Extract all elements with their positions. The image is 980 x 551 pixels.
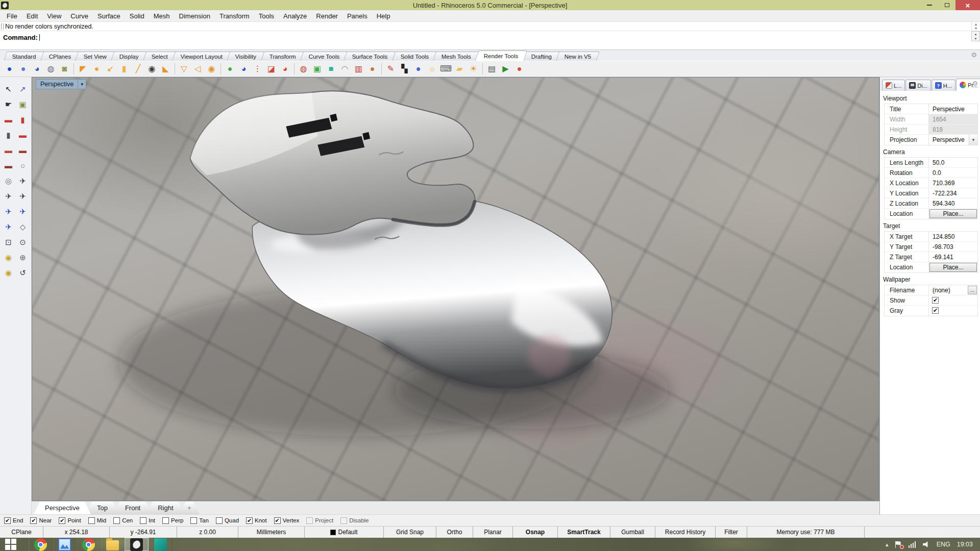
zoom-selected-icon[interactable]: ◉ — [2, 249, 16, 265]
property-value[interactable]: Perspective — [929, 104, 977, 114]
select-icon[interactable]: ↖ — [2, 81, 16, 96]
technical-mode-icon[interactable]: ▬ — [2, 158, 16, 173]
menu-mesh[interactable]: Mesh — [149, 11, 175, 21]
menu-panels[interactable]: Panels — [342, 11, 372, 21]
viewport-menu-dropdown[interactable]: ▼ — [78, 79, 86, 89]
rendered-mode-icon[interactable]: ▬ — [16, 127, 30, 142]
taskbar-app-photos[interactable] — [53, 538, 77, 551]
menu-surface[interactable]: Surface — [93, 11, 125, 21]
sphere-view-icon[interactable]: ○ — [16, 158, 30, 173]
preview-sphere-icon[interactable]: ● — [223, 62, 237, 76]
ribbon-tab-select[interactable]: Select — [143, 52, 177, 61]
osnap-checkbox-point[interactable]: ✔ — [59, 517, 65, 524]
osnap-tan[interactable]: Tan — [190, 517, 209, 524]
paint-tube-icon[interactable]: ✎ — [384, 62, 398, 76]
osnap-knot[interactable]: ✔Knot — [246, 517, 267, 524]
gear-icon[interactable]: ⚙ — [971, 51, 977, 59]
taskbar-app-chrome[interactable] — [29, 538, 53, 551]
material-icon[interactable]: ◪ — [264, 62, 278, 76]
add-viewport-tab-button[interactable]: + — [180, 502, 200, 514]
osnap-project[interactable]: Project — [306, 517, 333, 524]
osnap-checkbox-cen[interactable] — [113, 517, 120, 524]
ribbon-tab-render-tools[interactable]: Render Tools — [475, 51, 527, 61]
action-center-flag-icon[interactable] — [895, 541, 902, 548]
render-preview-icon[interactable]: ● — [16, 62, 30, 76]
chevron-down-icon[interactable]: ▼ — [969, 135, 977, 145]
control-points-icon[interactable]: ◇ — [16, 219, 30, 234]
osnap-checkbox-quad[interactable] — [216, 517, 223, 524]
panel-gear-icon[interactable]: ⚙ — [972, 80, 978, 87]
ribbon-tab-solid-tools[interactable]: Solid Tools — [392, 52, 437, 61]
status-z-0-00[interactable]: z 0.00 — [177, 527, 238, 538]
ribbon-tab-visibility[interactable]: Visibility — [227, 52, 265, 61]
linear-light-icon[interactable]: ╱ — [131, 62, 145, 76]
planar-mapping-icon[interactable]: ▥ — [352, 62, 365, 76]
show-lights-icon[interactable]: ◉ — [205, 62, 218, 76]
panel-tab-help[interactable]: ?H... — [932, 80, 955, 91]
status-ortho[interactable]: Ortho — [436, 527, 473, 538]
scroll-down-icon[interactable]: ▼ — [972, 27, 980, 31]
osnap-checkbox-end[interactable]: ✔ — [4, 517, 11, 524]
menu-view[interactable]: View — [42, 11, 66, 21]
osnap-checkbox-near[interactable]: ✔ — [30, 517, 37, 524]
ribbon-tab-new-in-v5[interactable]: New in V5 — [556, 52, 600, 61]
network-signal-icon[interactable] — [909, 541, 916, 548]
status-memory-use-777-mb[interactable]: Memory use: 777 MB — [747, 527, 865, 538]
menu-help[interactable]: Help — [372, 11, 395, 21]
osnap-checkbox-perp[interactable] — [162, 517, 169, 524]
scale-icon[interactable]: ↗ — [16, 81, 30, 96]
save-view-icon[interactable]: ▣ — [16, 96, 30, 112]
viewport-tab-front[interactable]: Front — [114, 502, 152, 514]
plane-side-icon[interactable]: ✈ — [16, 188, 30, 204]
plane-blue-icon[interactable]: ✈ — [2, 204, 16, 219]
property-value[interactable]: 0.0 — [929, 168, 977, 178]
helicopter-icon[interactable]: ✈ — [2, 219, 16, 234]
status-gumball[interactable]: Gumball — [610, 527, 655, 538]
ghosted-mode-icon[interactable]: ▮ — [16, 112, 30, 127]
point-light-icon[interactable]: ● — [90, 62, 104, 76]
environment-icon[interactable]: ◕ — [237, 62, 251, 76]
lightbulb-icon[interactable]: ☼ — [425, 62, 439, 76]
osnap-checkbox-mid[interactable] — [88, 517, 95, 524]
osnap-end[interactable]: ✔End — [4, 517, 23, 524]
render-icon[interactable]: ● — [3, 62, 16, 76]
scroll-up-icon[interactable]: ▲ — [972, 22, 980, 27]
command-prompt[interactable]: Command: ▲ ▼ — [0, 31, 980, 50]
zoom-target-icon[interactable]: ⊕ — [16, 249, 30, 265]
ribbon-tab-drafting[interactable]: Drafting — [523, 52, 560, 61]
osnap-disable[interactable]: Disable — [340, 517, 369, 524]
ribbon-tab-standard[interactable]: Standard — [4, 52, 45, 61]
color-cube-icon[interactable]: ▣ — [310, 62, 324, 76]
menu-analyze[interactable]: Analyze — [279, 11, 311, 21]
plane-blue-2-icon[interactable]: ✈ — [16, 204, 30, 219]
osnap-checkbox-disable[interactable] — [340, 517, 347, 524]
taskbar-app-explorer[interactable] — [101, 538, 125, 551]
osnap-checkbox-int[interactable] — [140, 517, 146, 524]
ribbon-tab-mesh-tools[interactable]: Mesh Tools — [433, 52, 480, 61]
command-spinner[interactable]: ▲ ▼ — [971, 31, 980, 41]
osnap-checkbox-tan[interactable] — [190, 517, 197, 524]
zoom-dashed-icon[interactable]: ⊙ — [16, 234, 30, 249]
close-button[interactable]: × — [955, 0, 980, 10]
record-icon[interactable]: ● — [512, 62, 526, 76]
plane-top-icon[interactable]: ✈ — [16, 173, 30, 188]
render-wireframe-icon[interactable]: ◍ — [44, 62, 58, 76]
play-icon[interactable]: ▶ — [499, 62, 512, 76]
menu-file[interactable]: File — [2, 11, 22, 21]
status-filter[interactable]: Filter — [716, 527, 747, 538]
status-record-history[interactable]: Record History — [655, 527, 716, 538]
status-y-264-91[interactable]: y -264.91 — [110, 527, 177, 538]
menu-curve[interactable]: Curve — [66, 11, 93, 21]
render-window-icon[interactable]: ◕ — [30, 62, 44, 76]
ellipse-mapping-icon[interactable]: ● — [411, 62, 425, 76]
zoom-back-icon[interactable]: ↺ — [16, 265, 30, 280]
property-value[interactable]: -722.234 — [929, 188, 977, 198]
menu-render[interactable]: Render — [311, 11, 342, 21]
restore-button[interactable] — [938, 0, 955, 10]
status-grid-snap[interactable]: Grid Snap — [384, 527, 436, 538]
taskbar-app-3dsmax[interactable] — [149, 538, 173, 551]
status-smarttrack[interactable]: SmartTrack — [558, 527, 610, 538]
panel-tab-layers[interactable]: L... — [882, 80, 905, 91]
ribbon-tab-viewport-layout[interactable]: Viewport Layout — [172, 52, 231, 61]
property-value[interactable]: -69.141 — [929, 252, 977, 262]
